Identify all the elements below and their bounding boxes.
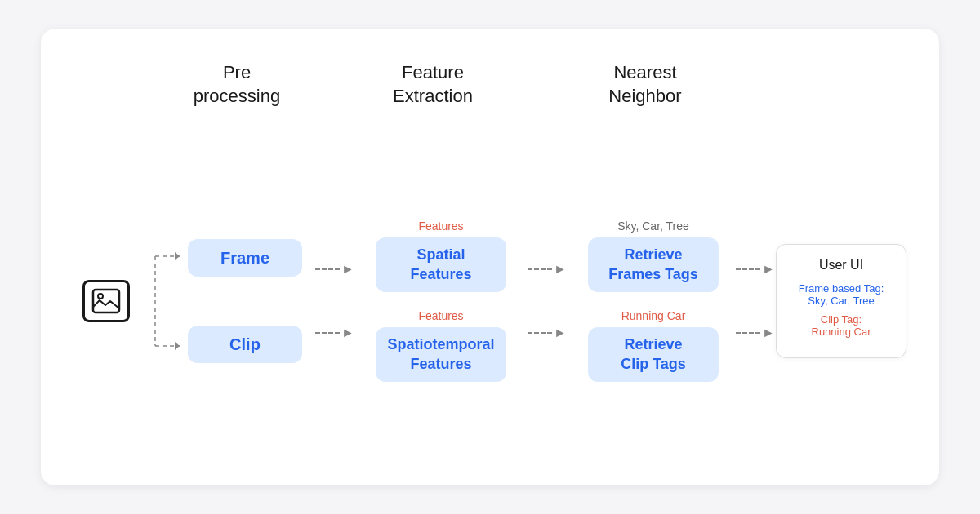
content-area: Frame Clip ► ► Features SpatialFeatures …: [74, 116, 906, 485]
retrieve-frames-tags-box: RetrieveFrames Tags: [588, 237, 719, 292]
header-nearest-neighbor: NearestNeighbor: [564, 61, 727, 108]
spatiotemporal-features-label: Features: [418, 309, 463, 322]
clip-tags-label: Running Car: [621, 309, 686, 322]
svg-point-1: [98, 294, 103, 299]
arrow-retrieve-frames-ui: ►: [736, 262, 775, 277]
user-ui-clip-section: Clip Tag: Running Car: [812, 313, 871, 338]
svg-rect-0: [93, 290, 119, 312]
frames-tags-label: Sky, Car, Tree: [617, 219, 689, 233]
bracket-lines: [139, 211, 180, 391]
clip-box: Clip: [188, 326, 302, 363]
headers-row: Preprocessing FeatureExtraction NearestN…: [74, 61, 906, 116]
extraction-bottom: Features SpatiotemporalFeatures: [376, 301, 506, 391]
neighbor-bottom: Running Car RetrieveClip Tags: [588, 301, 719, 391]
spatial-features-label: Features: [418, 219, 463, 233]
header-feature-extraction: FeatureExtraction: [351, 61, 514, 108]
image-icon: [82, 280, 130, 322]
svg-marker-6: [175, 342, 180, 350]
neighbor-col: Sky, Car, Tree RetrieveFrames Tags Runni…: [572, 211, 735, 391]
arrow-spatiotemporal-retrieve-clip: ►: [528, 326, 567, 340]
arrows-col-2: ► ►: [523, 211, 572, 391]
neighbor-top: Sky, Car, Tree RetrieveFrames Tags: [588, 211, 719, 301]
retrieve-clip-tags-box: RetrieveClip Tags: [588, 327, 719, 382]
arrows-col-3: ► ►: [735, 211, 776, 391]
user-ui-title: User UI: [819, 258, 863, 273]
arrow-clip-spatiotemporal: ►: [315, 326, 354, 340]
frame-tag-val: Sky, Car, Tree: [799, 295, 884, 307]
user-ui-box: User UI Frame based Tag: Sky, Car, Tree …: [776, 244, 906, 358]
frame-box: Frame: [188, 239, 302, 277]
clip-tag-key: Clip Tag:: [812, 313, 871, 326]
extraction-top: Features SpatialFeatures: [376, 211, 506, 301]
frame-tag-key: Frame based Tag:: [799, 282, 884, 295]
arrows-col-1: ► ►: [310, 211, 359, 391]
svg-marker-5: [175, 252, 180, 260]
processing-col: Frame Clip: [180, 211, 310, 391]
spatiotemporal-features-box: SpatiotemporalFeatures: [376, 327, 506, 382]
diagram-container: Preprocessing FeatureExtraction NearestN…: [41, 29, 939, 485]
header-preprocessing: Preprocessing: [172, 61, 302, 108]
clip-tag-val: Running Car: [812, 326, 871, 338]
spatial-features-box: SpatialFeatures: [376, 237, 506, 292]
arrow-spatial-retrieve-frames: ►: [528, 262, 567, 277]
arrow-retrieve-clip-ui: ►: [736, 326, 775, 340]
user-ui-frame-section: Frame based Tag: Sky, Car, Tree: [799, 282, 884, 307]
arrow-frame-spatial: ►: [315, 262, 354, 277]
extraction-col: Features SpatialFeatures Features Spatio…: [359, 211, 523, 391]
image-icon-wrap: [74, 211, 139, 391]
